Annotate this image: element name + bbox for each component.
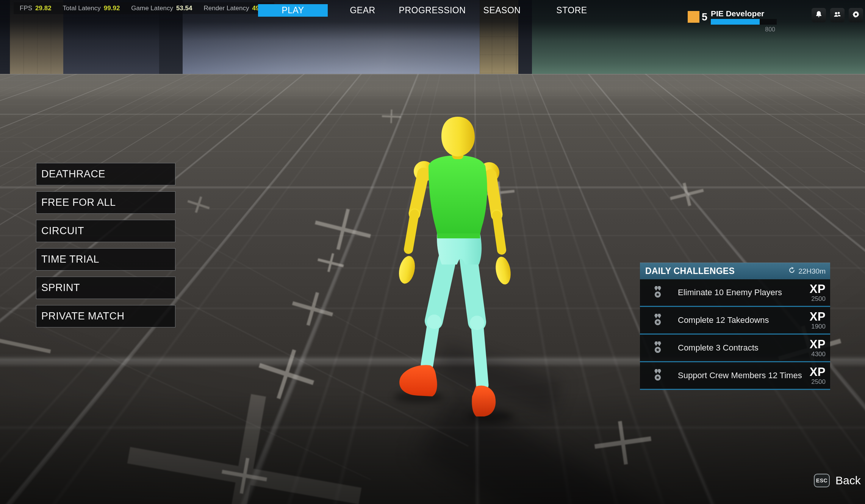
challenge-reset-timer: 22H30m — [788, 266, 826, 276]
social-button[interactable] — [830, 8, 845, 22]
settings-button[interactable] — [849, 8, 863, 22]
notifications-button[interactable] — [812, 8, 826, 22]
challenge-row: Support Crew Members 12 Times XP 2500 — [640, 362, 830, 390]
perf-stat-total-latency: Total Latency 99.92 — [63, 5, 120, 12]
challenge-row: Complete 12 Takedowns XP 1900 — [640, 307, 830, 335]
game-mode-menu: DEATHRACE FREE FOR ALL CIRCUIT TIME TRIA… — [36, 163, 175, 333]
mode-button-private-match[interactable]: PRIVATE MATCH — [36, 305, 175, 327]
back-label: Back — [835, 474, 861, 487]
perf-label: Total Latency — [63, 5, 101, 12]
level-badge-icon — [688, 11, 699, 23]
header-icon-buttons — [812, 8, 863, 22]
legs — [427, 260, 484, 385]
medal-icon — [653, 286, 663, 299]
mode-button-free-for-all[interactable]: FREE FOR ALL — [36, 191, 175, 214]
medal-icon — [653, 369, 663, 382]
challenge-reward: XP 4300 — [810, 338, 830, 357]
tab-play[interactable]: PLAY — [258, 4, 328, 17]
wall-left-edge — [0, 0, 10, 74]
xp-label: XP — [810, 366, 826, 378]
player-level: 5 — [702, 11, 707, 23]
challenge-row: Complete 3 Contracts XP 4300 — [640, 335, 830, 362]
mode-button-deathrace[interactable]: DEATHRACE — [36, 163, 175, 185]
perf-stat-game-latency: Game Latency 53.54 — [131, 5, 192, 12]
xp-next-threshold: 800 — [711, 26, 775, 33]
refresh-icon — [788, 266, 796, 276]
challenge-text: Complete 12 Takedowns — [678, 315, 769, 325]
mode-button-sprint[interactable]: SPRINT — [36, 277, 175, 299]
mode-button-circuit[interactable]: CIRCUIT — [36, 220, 175, 242]
perf-stats-bar: FPS 29.82 Total Latency 99.92 Game Laten… — [14, 2, 274, 14]
player-character — [385, 114, 529, 421]
xp-amount: 2500 — [810, 296, 826, 302]
challenge-reward: XP 2500 — [810, 366, 830, 385]
perf-label: Game Latency — [131, 5, 173, 12]
esc-key-badge[interactable]: ESC — [814, 474, 830, 487]
challenge-text: Support Crew Members 12 Times — [678, 371, 802, 380]
daily-challenges-panel: DAILY CHALLENGES 22H30m Eliminate 10 Ene… — [640, 263, 830, 390]
perf-value: 99.92 — [104, 5, 120, 12]
player-name: PIE Developer — [711, 9, 764, 18]
daily-challenges-title: DAILY CHALLENGES — [645, 266, 735, 276]
tab-season[interactable]: SEASON — [467, 4, 537, 17]
challenge-reward: XP 2500 — [810, 283, 830, 302]
xp-amount: 4300 — [810, 351, 826, 357]
gear-icon — [852, 10, 860, 20]
perf-label: FPS — [20, 5, 32, 12]
tab-store[interactable]: STORE — [537, 4, 607, 17]
torso — [429, 155, 487, 238]
xp-amount: 2500 — [810, 379, 826, 385]
friends-icon — [833, 10, 842, 20]
medal-icon — [653, 341, 663, 354]
player-profile-chip: 5 PIE Developer 800 — [687, 10, 779, 32]
xp-label: XP — [810, 311, 826, 322]
waistband — [437, 233, 480, 238]
medal-icon — [653, 314, 663, 327]
bell-icon — [815, 10, 823, 20]
xp-label: XP — [810, 338, 826, 350]
challenge-text: Eliminate 10 Enemy Players — [678, 288, 782, 297]
reset-time-text: 22H30m — [798, 267, 826, 275]
left-arm — [397, 161, 434, 285]
head — [441, 117, 475, 157]
perf-label: Render Latency — [203, 5, 249, 12]
challenge-reward: XP 1900 — [810, 311, 830, 330]
mode-button-time-trial[interactable]: TIME TRIAL — [36, 248, 175, 271]
back-control[interactable]: ESC Back — [814, 474, 861, 487]
perf-value: 53.54 — [176, 5, 192, 12]
xp-progress-fill — [711, 19, 760, 25]
challenge-text: Complete 3 Contracts — [678, 343, 759, 353]
xp-label: XP — [810, 283, 826, 295]
tab-progression[interactable]: PROGRESSION — [397, 4, 467, 17]
tab-gear[interactable]: GEAR — [328, 4, 397, 17]
perf-stat-fps: FPS 29.82 — [20, 5, 52, 12]
challenge-row: Eliminate 10 Enemy Players XP 2500 — [640, 279, 830, 307]
main-nav: PLAY GEAR PROGRESSION SEASON STORE — [258, 4, 607, 17]
daily-challenges-header: DAILY CHALLENGES 22H30m — [640, 263, 830, 279]
xp-amount: 1900 — [810, 323, 826, 330]
xp-progress-bar — [711, 19, 777, 25]
perf-value: 29.82 — [35, 5, 52, 12]
